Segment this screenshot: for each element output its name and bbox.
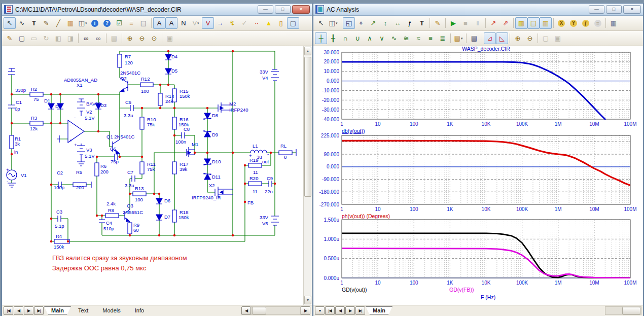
scale-mode[interactable]: ◱ [343, 17, 355, 29]
schematic-titlebar[interactable]: C:\MC11\DATA\Petrov\LDsound\decoder\WASP… [2, 4, 312, 16]
analysis-limits[interactable]: ▦ [607, 17, 620, 29]
show-grid-text[interactable]: A [165, 17, 177, 29]
formula-text[interactable]: ƒ [404, 17, 416, 29]
schematic-canvas[interactable]: 330pR275C10pR312kR13kinV1+-AD8055AN_ADX1… [2, 46, 303, 305]
prev-page-button[interactable]: ◀ [14, 306, 23, 315]
zoom-out[interactable]: ⊖ [524, 32, 536, 44]
scroll-thumb[interactable] [252, 307, 266, 314]
shapes-mode-dropdown-icon[interactable]: ▾ [336, 21, 338, 25]
slope-tag-rise[interactable]: ↗ [487, 17, 499, 29]
warnings[interactable]: ▲ [263, 17, 275, 29]
cursor-peak[interactable]: ∩ [339, 32, 351, 44]
scroll-thumb[interactable] [304, 57, 311, 197]
run[interactable]: ▶ [447, 17, 459, 29]
scroll-right-icon[interactable]: ▶ [301, 306, 310, 315]
flip-x[interactable]: ◧ [52, 32, 64, 44]
next-page-button[interactable]: ▶ [345, 306, 355, 315]
cursor-global-high[interactable]: ≋ [400, 32, 412, 44]
clipboard-box[interactable]: ▭ [28, 32, 40, 44]
cursor-top[interactable]: ≣ [437, 32, 449, 44]
cursor-nearest-point[interactable]: ╂ [327, 32, 339, 44]
model-check[interactable]: ☑ [113, 17, 125, 29]
zoom-in[interactable]: ⊕ [124, 32, 136, 44]
scroll-track[interactable] [304, 56, 312, 295]
scroll-track[interactable] [251, 306, 301, 315]
diagonal-wire-mode[interactable]: ╱ [52, 17, 64, 29]
cursor-global-low[interactable]: ≈ [412, 32, 424, 44]
cursor-high[interactable]: ∧ [364, 32, 376, 44]
component-mode[interactable]: ∿ [16, 17, 28, 29]
tab-list-dropdown[interactable]: ▾ [315, 306, 325, 315]
show-node-numbers[interactable]: N [177, 17, 190, 29]
restore-button[interactable]: □ [606, 5, 622, 14]
text-mode[interactable]: T [28, 17, 40, 29]
find[interactable]: ∞ [80, 32, 92, 44]
analysis-horizontal-scrollbar[interactable] [605, 307, 641, 314]
shapes-mode[interactable]: ◫▾ [327, 17, 339, 29]
minimize-button[interactable]: — [589, 5, 604, 14]
schematic-horizontal-scrollbar[interactable]: ◀ ▶ [241, 307, 310, 314]
copy-cursor-values-dropdown-icon[interactable]: ▾ [461, 37, 463, 41]
tab-info[interactable]: Info [128, 306, 151, 315]
axis-list[interactable]: ≡ [592, 17, 604, 29]
go-to-x[interactable]: ⊿ [484, 32, 496, 44]
show-node-voltages[interactable]: V▾ [190, 17, 202, 29]
select-tool[interactable]: ↖ [4, 17, 16, 29]
plot-canvas[interactable]: 30.00020.00010.0000.000-10.000-20.000-30… [313, 46, 642, 305]
cursor-low[interactable]: ∨ [376, 32, 388, 44]
cursor-inflection[interactable]: ∿ [388, 32, 400, 44]
zoom-100[interactable]: ⊙ [148, 32, 160, 44]
zoom-out[interactable]: ⊖ [136, 32, 148, 44]
zoom-restore[interactable]: ▣ [552, 32, 564, 44]
show-currents[interactable]: → [214, 17, 226, 29]
tab-models[interactable]: Models [95, 306, 127, 315]
info-mode[interactable]: i [89, 17, 101, 29]
cursor-bottom[interactable]: ≡ [424, 32, 437, 44]
numeric-output[interactable]: ▤ [468, 32, 480, 44]
scroll-up-icon[interactable]: ▲ [304, 47, 311, 55]
vertical-tag[interactable]: ↕ [379, 17, 391, 29]
copy-picture[interactable]: ▣ [164, 32, 176, 44]
pane-toggle-1[interactable]: ▥ [515, 17, 527, 29]
page-edit[interactable]: ▤ [137, 17, 150, 29]
shapes-mode[interactable]: ◫▾ [77, 17, 89, 29]
part-browser[interactable]: ▦ [64, 17, 77, 29]
cursor-valley[interactable]: ∪ [351, 32, 364, 44]
show-conditions[interactable]: ✓ [238, 17, 251, 29]
scroll-track[interactable] [605, 306, 641, 315]
y-axis-settings[interactable]: Y [567, 17, 580, 29]
attributes-dialog[interactable]: ✎ [4, 32, 16, 44]
page-frame[interactable]: ▯ [275, 17, 287, 29]
last-page-button[interactable]: ▶| [34, 306, 44, 315]
graph-text-mode[interactable]: T [416, 17, 428, 29]
pause[interactable]: ‖ [472, 17, 484, 29]
prev-page-button[interactable]: ◀ [335, 306, 345, 315]
select-tool[interactable]: ↖ [315, 17, 327, 29]
copy-cursor-values[interactable]: ▤▾ [452, 32, 464, 44]
stop[interactable]: ■ [459, 17, 472, 29]
help-mode[interactable]: ? [101, 17, 113, 29]
x-axis-settings[interactable]: X [555, 17, 567, 29]
flip-y[interactable]: ◨ [64, 32, 77, 44]
cursor-next-point[interactable]: ┼ [315, 32, 327, 44]
wire-mode[interactable]: ✎ [40, 17, 52, 29]
zoom-in[interactable]: ⊕ [512, 32, 524, 44]
schematic-vertical-scrollbar[interactable]: ▲ ▼ [303, 46, 312, 305]
close-button[interactable]: × [292, 5, 310, 14]
window-stack[interactable]: ≡ [125, 17, 137, 29]
shapes-mode-dropdown-icon[interactable]: ▾ [85, 21, 87, 25]
last-page-button[interactable]: ▶| [355, 306, 365, 315]
show-power[interactable]: ↯ [226, 17, 238, 29]
rotate[interactable]: ↻ [40, 32, 52, 44]
zoom-auto[interactable]: ▢ [540, 32, 552, 44]
show-dc-voltages[interactable]: V [202, 17, 214, 29]
fx-axis-settings[interactable]: ƒ [580, 17, 592, 29]
tab-main[interactable]: Main [366, 306, 392, 315]
minimize-button[interactable]: — [258, 5, 273, 14]
pane-toggle-3[interactable]: ▥ [540, 17, 552, 29]
show-pin-connections[interactable]: ∙∙ [251, 17, 263, 29]
pane-toggle-2[interactable]: ▤ [527, 17, 540, 29]
horizontal-tag[interactable]: ↔ [391, 17, 404, 29]
properties[interactable]: ✎ [432, 17, 444, 29]
slope-tag-points[interactable]: ⇗ [499, 17, 512, 29]
